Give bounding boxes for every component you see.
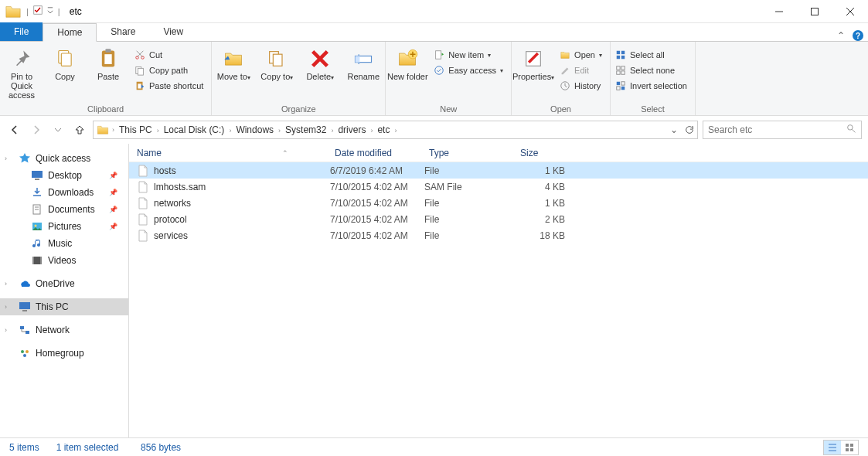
svg-rect-46 (32, 257, 34, 264)
sidebar-onedrive[interactable]: › OneDrive (0, 275, 128, 292)
sidebar-downloads[interactable]: Downloads📌 (0, 184, 128, 201)
breadcrumb-item[interactable]: etc (374, 124, 393, 135)
sidebar-videos[interactable]: Videos (0, 252, 128, 269)
address-bar[interactable]: › This PC›Local Disk (C:)›Windows›System… (93, 121, 698, 139)
sidebar-pictures[interactable]: Pictures📌 (0, 218, 128, 235)
sidebar-quick-access[interactable]: › Quick access (0, 150, 128, 167)
minimize-button[interactable] (761, 0, 797, 23)
file-row[interactable]: hosts6/7/2019 6:42 AMFile1 KB (129, 162, 868, 179)
back-button[interactable] (6, 121, 23, 138)
svg-rect-2 (812, 8, 819, 15)
tab-home[interactable]: Home (43, 23, 97, 42)
chevron-right-icon[interactable]: › (5, 326, 7, 334)
tab-share[interactable]: Share (97, 22, 149, 41)
column-name[interactable]: Name⌃ (137, 148, 335, 158)
icons-view-button[interactable] (841, 441, 858, 454)
help-icon[interactable]: ? (853, 30, 863, 41)
file-list-pane: Name⌃ Date modified Type Size hosts6/7/2… (129, 144, 868, 437)
column-headers[interactable]: Name⌃ Date modified Type Size (129, 144, 868, 162)
column-size[interactable]: Size (520, 148, 574, 158)
qat-dropdown-icon[interactable] (46, 6, 53, 17)
cut-button[interactable]: Cut (134, 49, 203, 60)
breadcrumb-arrow[interactable]: › (111, 126, 116, 134)
edit-button[interactable]: Edit (560, 65, 602, 76)
paste-button[interactable]: Paste (87, 45, 130, 81)
chevron-right-icon[interactable]: › (5, 155, 7, 162)
address-dropdown-icon[interactable]: ⌄ (666, 121, 682, 138)
copy-to-button[interactable]: Copy to▾ (255, 45, 298, 83)
sidebar-desktop[interactable]: Desktop📌 (0, 167, 128, 184)
file-date: 6/7/2019 6:42 AM (330, 165, 424, 176)
select-all-icon (615, 49, 626, 60)
up-button[interactable] (71, 121, 88, 138)
sidebar-this-pc[interactable]: › This PC (0, 298, 128, 315)
tab-file[interactable]: File (0, 22, 43, 41)
move-to-button[interactable]: Move to▾ (212, 45, 255, 83)
sidebar-music[interactable]: Music (0, 235, 128, 252)
breadcrumb-item[interactable]: This PC (116, 124, 155, 135)
file-type: File (424, 230, 516, 241)
tab-view[interactable]: View (149, 22, 197, 41)
history-button[interactable]: History (560, 80, 602, 91)
open-button[interactable]: Open▾ (560, 49, 602, 60)
recent-locations-button[interactable] (49, 121, 66, 138)
downloads-icon (31, 186, 43, 199)
qat-checkbox-icon[interactable] (33, 5, 43, 17)
breadcrumb-item[interactable]: Windows (233, 124, 277, 135)
svg-rect-20 (436, 51, 441, 60)
search-icon[interactable] (846, 124, 856, 136)
file-row[interactable]: protocol7/10/2015 4:02 AMFile2 KB (129, 211, 868, 227)
file-row[interactable]: networks7/10/2015 4:02 AMFile1 KB (129, 195, 868, 211)
svg-rect-31 (621, 71, 625, 74)
breadcrumb-item[interactable]: drivers (335, 124, 369, 135)
properties-button[interactable]: Properties▾ (512, 45, 555, 83)
file-row[interactable]: lmhosts.sam7/10/2015 4:02 AMSAM File4 KB (129, 179, 868, 195)
search-box[interactable] (703, 121, 862, 139)
scissors-icon (134, 49, 145, 60)
videos-icon (31, 254, 43, 267)
breadcrumb-arrow[interactable]: › (155, 127, 161, 134)
select-all-button[interactable]: Select all (615, 49, 687, 60)
close-button[interactable] (832, 0, 868, 23)
pin-to-quick-access-button[interactable]: Pin to Quick access (0, 45, 43, 100)
breadcrumb-arrow[interactable]: › (393, 127, 398, 134)
sidebar-homegroup[interactable]: Homegroup (0, 345, 128, 362)
sidebar-documents[interactable]: Documents📌 (0, 201, 128, 218)
select-group-label: Select (611, 103, 695, 115)
file-row[interactable]: services7/10/2015 4:02 AMFile18 KB (129, 227, 868, 243)
address-row: › This PC›Local Disk (C:)›Windows›System… (0, 116, 868, 144)
svg-rect-13 (138, 83, 141, 88)
forward-button[interactable] (28, 121, 45, 138)
copy-button[interactable]: Copy (43, 45, 87, 81)
maximize-button[interactable] (797, 0, 832, 23)
sidebar-network[interactable]: › Network (0, 322, 128, 339)
paste-shortcut-button[interactable]: Paste shortcut (134, 80, 203, 91)
new-folder-button[interactable]: New folder (386, 45, 429, 81)
svg-point-36 (848, 125, 853, 131)
search-input[interactable] (708, 124, 846, 135)
rename-button[interactable]: Rename (342, 45, 385, 81)
pin-label: Pin to Quick access (0, 72, 43, 100)
column-type[interactable]: Type (429, 148, 520, 158)
breadcrumb-item[interactable]: System32 (282, 124, 329, 135)
breadcrumb-item[interactable]: Local Disk (C:) (161, 124, 228, 135)
delete-button[interactable]: Delete▾ (298, 45, 342, 83)
select-none-button[interactable]: Select none (615, 65, 687, 76)
svg-rect-39 (35, 179, 39, 180)
svg-rect-48 (19, 302, 30, 309)
file-icon (137, 230, 149, 242)
chevron-right-icon[interactable]: › (5, 303, 7, 311)
svg-point-52 (21, 350, 24, 353)
new-item-button[interactable]: New item▾ (434, 49, 503, 60)
collapse-ribbon-icon[interactable]: ⌃ (837, 30, 845, 41)
easy-access-button[interactable]: Easy access▾ (434, 65, 503, 76)
title-text: etc (70, 6, 82, 17)
breadcrumb-arrow[interactable]: › (277, 127, 282, 134)
details-view-button[interactable] (824, 441, 841, 454)
navigation-pane[interactable]: › Quick access Desktop📌 Downloads📌 Docum… (0, 144, 129, 437)
column-date[interactable]: Date modified (335, 148, 429, 158)
invert-selection-button[interactable]: Invert selection (615, 80, 687, 91)
chevron-right-icon[interactable]: › (5, 280, 7, 288)
copy-path-button[interactable]: Copy path (134, 65, 203, 76)
refresh-button[interactable] (682, 121, 697, 138)
